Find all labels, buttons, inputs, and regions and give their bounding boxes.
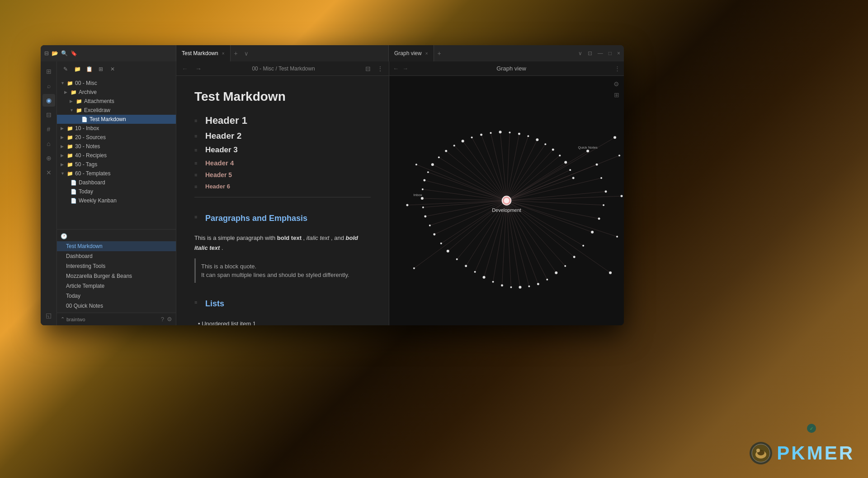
graph-tab-close-btn[interactable]: × xyxy=(425,51,428,56)
tree-excelidraw-item[interactable]: ▼ 📁 Excelidraw xyxy=(57,106,176,115)
graph-more-btn[interactable]: ⋮ xyxy=(614,65,620,72)
svg-point-69 xyxy=(555,272,557,274)
recent-quick-notes[interactable]: 00 Quick Notes xyxy=(57,301,176,311)
close-panel-btn[interactable]: ✕ xyxy=(108,64,118,74)
folder-icon: 📁 xyxy=(67,126,73,131)
window-controls: ∨ ⊡ — □ × xyxy=(575,49,624,57)
bookmark-header-icon[interactable]: 🔖 xyxy=(71,50,77,56)
tree-weekly-kanban-item[interactable]: 📄 Weekly Kanban xyxy=(57,196,176,205)
graph-view-tab[interactable]: Graph view × xyxy=(389,45,434,61)
window-arrow-icon[interactable]: ∨ xyxy=(576,49,584,57)
chevron-right-icon: ▶ xyxy=(61,162,65,167)
icon-sidebar: ⊞ ⌕ ◉ ⊟ # ⌂ ⊕ ✕ ◱ xyxy=(41,61,57,325)
section-divider xyxy=(194,197,371,197)
tab-dropdown-icon[interactable]: ∨ xyxy=(241,50,251,57)
tree-today-item[interactable]: 📄 Today xyxy=(57,187,176,196)
svg-point-88 xyxy=(422,188,424,190)
window-close-btn[interactable]: × xyxy=(615,49,622,57)
new-folder-btn[interactable]: 📁 xyxy=(72,64,82,74)
header-anchor-icon: ≡ xyxy=(194,133,202,139)
sidebar-settings-icon[interactable]: ◱ xyxy=(42,309,55,322)
tree-inbox-item[interactable]: ▶ 📁 10 - Inbox xyxy=(57,124,176,133)
recent-dashboard[interactable]: Dashboard xyxy=(57,251,176,261)
header-2: Header 2 xyxy=(205,131,241,141)
tab-close-btn[interactable]: × xyxy=(222,51,225,56)
tree-attachments-item[interactable]: ▶ 📁 Attachments xyxy=(57,97,176,106)
graph-nav-forward-btn[interactable]: → xyxy=(402,65,408,72)
header-6-line: ≡ Header 6 xyxy=(194,183,371,190)
new-graph-tab-btn[interactable]: + xyxy=(434,50,445,57)
recent-mozzarella[interactable]: Mozzarella Burger & Beans xyxy=(57,271,176,281)
svg-point-106 xyxy=(559,155,561,156)
recent-item-label: 00 Quick Notes xyxy=(66,303,103,309)
nav-forward-btn[interactable]: → xyxy=(193,64,203,73)
svg-point-79 xyxy=(465,265,467,267)
editor-actions: ⊟ ⋮ xyxy=(363,64,385,73)
settings-status-icon[interactable]: ⚙ xyxy=(167,316,172,323)
svg-point-74 xyxy=(510,286,512,288)
graph-nav-back-btn[interactable]: ← xyxy=(393,65,399,72)
svg-point-94 xyxy=(453,145,455,146)
window-minimize-btn[interactable]: — xyxy=(596,49,605,57)
svg-point-102 xyxy=(527,135,529,137)
graph-settings-btn[interactable]: ⚙ xyxy=(613,80,619,88)
reading-mode-btn[interactable]: ⊟ xyxy=(363,64,373,73)
tree-root-label: 00 - Misc xyxy=(75,80,97,86)
files-icon[interactable]: ⊞ xyxy=(42,65,55,78)
unordered-list: • Unordered list item 1 • Unordered list… xyxy=(194,319,371,325)
tree-archive-item[interactable]: ▶ 📁 Archive xyxy=(57,88,176,97)
sync-indicator[interactable]: ✓ xyxy=(807,424,816,433)
tree-item-label: 50 - Tags xyxy=(75,161,97,168)
help-status-icon[interactable]: ? xyxy=(161,316,164,323)
file-panel: ✎ 📁 📋 ⊞ ✕ ▼ 📁 00 - Misc ▶ 📁 Archive xyxy=(57,61,176,325)
header-anchor-icon: ≡ xyxy=(194,118,202,123)
recent-test-markdown[interactable]: Test Markdown xyxy=(57,241,176,251)
bookmarks-icon[interactable]: ⊟ xyxy=(42,108,55,121)
tree-sources-item[interactable]: ▶ 📁 20 - Sources xyxy=(57,133,176,142)
sidebar-toggle-icon[interactable]: ⊟ xyxy=(44,50,49,56)
more-options-btn[interactable]: ⋮ xyxy=(375,64,385,73)
tree-tags-item[interactable]: ▶ 📁 50 - Tags xyxy=(57,160,176,169)
svg-point-66 xyxy=(582,245,584,247)
recent-today[interactable]: Today xyxy=(57,291,176,301)
window-maximize-btn[interactable]: □ xyxy=(607,49,613,57)
graph-toolbar: ← → Graph view ⋮ xyxy=(389,61,624,76)
new-tab-btn[interactable]: + xyxy=(231,50,241,57)
svg-point-73 xyxy=(519,286,521,289)
app-window: ⊟ 📂 🔍 🔖 Test Markdown × + ∨ Graph view ×… xyxy=(41,45,624,325)
tags-icon[interactable]: # xyxy=(42,123,55,136)
tree-test-markdown-item[interactable]: 📄 Test Markdown xyxy=(57,115,176,124)
new-from-template-btn[interactable]: 📋 xyxy=(84,64,94,74)
search-icon[interactable]: ⌕ xyxy=(42,80,55,92)
graph-nav-icon[interactable]: ◉ xyxy=(42,94,55,107)
tree-dashboard-item[interactable]: 📄 Dashboard xyxy=(57,178,176,187)
test-markdown-tab[interactable]: Test Markdown × xyxy=(176,45,231,61)
svg-point-93 xyxy=(445,150,447,152)
tree-templates-item[interactable]: ▼ 📁 60 - Templates xyxy=(57,169,176,178)
recent-interesting-tools[interactable]: Interesting Tools xyxy=(57,261,176,271)
nav-back-btn[interactable]: ← xyxy=(180,64,190,73)
graph-view-title: Graph view xyxy=(412,65,611,72)
graph-filter-btn[interactable]: ⊞ xyxy=(614,91,619,98)
tree-recipies-item[interactable]: ▶ 📁 40 - Recipies xyxy=(57,151,176,160)
lists-section-header: Lists xyxy=(205,299,224,309)
home-icon[interactable]: ⌂ xyxy=(42,137,55,150)
file-tree: ▼ 📁 00 - Misc ▶ 📁 Archive ▶ 📁 Attachment… xyxy=(57,77,176,229)
tree-notes-item[interactable]: ▶ 📁 30 - Notes xyxy=(57,142,176,151)
plugins-icon[interactable]: ⊕ xyxy=(42,152,55,164)
search-header-icon[interactable]: 🔍 xyxy=(61,50,68,56)
sort-btn[interactable]: ⊞ xyxy=(96,64,106,74)
new-note-btn[interactable]: ✎ xyxy=(61,64,71,74)
header-4: Header 4 xyxy=(205,159,234,167)
svg-point-121 xyxy=(756,449,760,452)
svg-point-117 xyxy=(413,267,415,269)
close-sidebar-icon[interactable]: ✕ xyxy=(42,166,55,179)
editor-toolbar: ← → 00 - Misc / Test Markdown ⊟ ⋮ xyxy=(176,61,389,76)
window-sidebar-icon[interactable]: ⊡ xyxy=(586,49,594,57)
lists-section-header-line: ≡ Lists xyxy=(194,290,371,314)
recent-item-label: Interesting Tools xyxy=(66,263,105,269)
folder-open-icon[interactable]: 📂 xyxy=(52,50,58,56)
recent-article-template[interactable]: Article Template xyxy=(57,281,176,291)
svg-point-111 xyxy=(618,155,620,156)
tree-root-item[interactable]: ▼ 📁 00 - Misc xyxy=(57,79,176,88)
